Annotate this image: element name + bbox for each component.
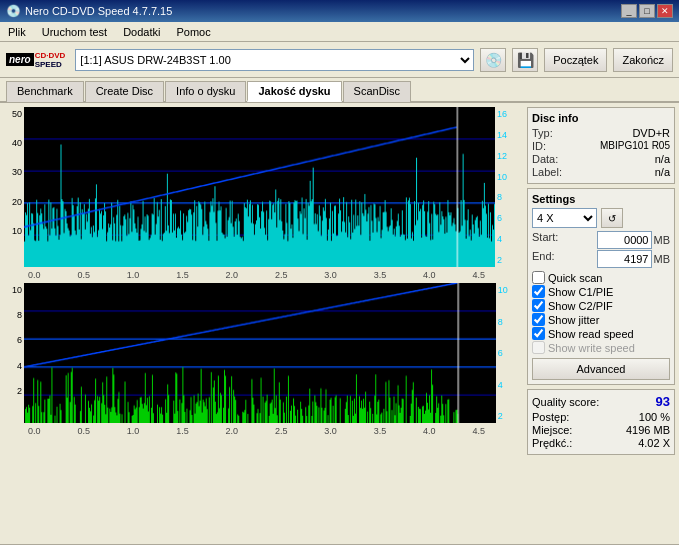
top-chart — [24, 107, 495, 267]
tab-info[interactable]: Info o dysku — [165, 81, 246, 102]
disc-data-value: n/a — [655, 153, 670, 165]
y-label-50: 50 — [4, 109, 22, 119]
quick-scan-label: Quick scan — [548, 272, 602, 284]
show-read-speed-checkbox[interactable] — [532, 327, 545, 340]
cb-write-speed: Show write speed — [532, 341, 670, 354]
x-label-4.0t: 4.0 — [423, 270, 436, 280]
end-button[interactable]: Zakończ — [613, 48, 673, 72]
disc-info-title: Disc info — [532, 112, 670, 124]
disc-typ-value: DVD+R — [632, 127, 670, 139]
y-right-6: 6 — [497, 213, 515, 223]
nero-logo: nero CD·DVDSPEED — [6, 51, 65, 69]
menu-pomoc[interactable]: Pomoc — [172, 25, 214, 39]
x-label-3.0t: 3.0 — [324, 270, 337, 280]
disc-typ-row: Typ: DVD+R — [532, 127, 670, 139]
menu-uruchom[interactable]: Uruchom test — [38, 25, 111, 39]
tab-jakosc[interactable]: Jakość dysku — [247, 81, 341, 102]
quality-row: Quality score: 93 — [532, 394, 670, 409]
y-right-14: 14 — [497, 130, 515, 140]
refresh-button[interactable]: ↺ — [601, 208, 623, 228]
x-label-1.5b: 1.5 — [176, 426, 189, 436]
end-unit: MB — [654, 253, 671, 265]
x-label-4.0b: 4.0 — [423, 426, 436, 436]
title-bar-buttons: _ □ ✕ — [621, 4, 673, 18]
tab-create-disc[interactable]: Create Disc — [85, 81, 164, 102]
end-label: End: — [532, 250, 555, 268]
y-label-40: 40 — [4, 138, 22, 148]
cb-c1pie: Show C1/PIE — [532, 285, 670, 298]
menu-dodatki[interactable]: Dodatki — [119, 25, 164, 39]
cb-c2pif: Show C2/PIF — [532, 299, 670, 312]
tabs-container: Benchmark Create Disc Info o dysku Jakoś… — [0, 78, 679, 103]
x-label-2.0t: 2.0 — [226, 270, 239, 280]
x-label-3.5b: 3.5 — [374, 426, 387, 436]
menu-plik[interactable]: Plik — [4, 25, 30, 39]
x-label-0.0b: 0.0 — [28, 426, 41, 436]
y-right-8: 8 — [497, 192, 515, 202]
maximize-button[interactable]: □ — [639, 4, 655, 18]
x-label-2.5b: 2.5 — [275, 426, 288, 436]
drive-select[interactable]: [1:1] ASUS DRW-24B3ST 1.00 — [75, 49, 474, 71]
show-jitter-checkbox[interactable] — [532, 313, 545, 326]
speed-row: 4 X ↺ — [532, 208, 670, 228]
tab-benchmark[interactable]: Benchmark — [6, 81, 84, 102]
x-label-0.5t: 0.5 — [77, 270, 90, 280]
predkosc-row: Prędkć.: 4.02 X — [532, 437, 670, 449]
yb-label-10: 10 — [4, 285, 22, 295]
show-c1pie-label: Show C1/PIE — [548, 286, 613, 298]
postep-row: Postęp: 100 % — [532, 411, 670, 423]
yb-label-4: 4 — [4, 361, 22, 371]
start-input[interactable] — [597, 231, 652, 249]
miejsce-row: Miejsce: 4196 MB — [532, 424, 670, 436]
title-bar-left: 💿 Nero CD-DVD Speed 4.7.7.15 — [6, 4, 172, 18]
x-label-1.0t: 1.0 — [127, 270, 140, 280]
y-right-2: 2 — [497, 255, 515, 265]
yb-right-6: 6 — [498, 348, 516, 358]
disc-typ-label: Typ: — [532, 127, 553, 139]
y-right-16: 16 — [497, 109, 515, 119]
settings-panel: Settings 4 X ↺ Start: MB End: MB — [527, 188, 675, 385]
drive-icon-button[interactable]: 💿 — [480, 48, 506, 72]
end-input[interactable] — [597, 250, 652, 268]
start-label: Start: — [532, 231, 558, 249]
start-row: Start: MB — [532, 231, 670, 249]
y-right-10: 10 — [497, 172, 515, 182]
yb-right-2: 2 — [498, 411, 516, 421]
tab-scandisc[interactable]: ScanDisc — [343, 81, 411, 102]
miejsce-label: Miejsce: — [532, 424, 572, 436]
disc-data-row: Data: n/a — [532, 153, 670, 165]
cb-read-speed: Show read speed — [532, 327, 670, 340]
minimize-button[interactable]: _ — [621, 4, 637, 18]
show-c2pif-checkbox[interactable] — [532, 299, 545, 312]
yb-right-8: 8 — [498, 317, 516, 327]
menu-bar: Plik Uruchom test Dodatki Pomoc — [0, 22, 679, 42]
disc-info-panel: Disc info Typ: DVD+R ID: MBIPG101 R05 Da… — [527, 107, 675, 184]
app-title: Nero CD-DVD Speed 4.7.7.15 — [25, 5, 172, 17]
save-icon-button[interactable]: 💾 — [512, 48, 538, 72]
x-label-2.0b: 2.0 — [226, 426, 239, 436]
disc-id-label: ID: — [532, 140, 546, 152]
predkosc-label: Prędkć.: — [532, 437, 572, 449]
quality-panel: Quality score: 93 Postęp: 100 % Miejsce:… — [527, 389, 675, 455]
end-row: End: MB — [532, 250, 670, 268]
y-label-20: 20 — [4, 197, 22, 207]
start-button[interactable]: Początek — [544, 48, 607, 72]
show-read-speed-label: Show read speed — [548, 328, 634, 340]
main-content: 50 40 30 20 10 0 16 14 12 10 8 6 4 2 — [0, 103, 679, 544]
quick-scan-checkbox[interactable] — [532, 271, 545, 284]
title-bar: 💿 Nero CD-DVD Speed 4.7.7.15 _ □ ✕ — [0, 0, 679, 22]
bottom-chart — [24, 283, 496, 423]
disc-data-label: Data: — [532, 153, 558, 165]
close-button[interactable]: ✕ — [657, 4, 673, 18]
advanced-button[interactable]: Advanced — [532, 358, 670, 380]
predkosc-value: 4.02 X — [638, 437, 670, 449]
x-label-4.5b: 4.5 — [472, 426, 485, 436]
x-label-0.5b: 0.5 — [77, 426, 90, 436]
x-label-2.5t: 2.5 — [275, 270, 288, 280]
show-c1pie-checkbox[interactable] — [532, 285, 545, 298]
toolbar: nero CD·DVDSPEED [1:1] ASUS DRW-24B3ST 1… — [0, 42, 679, 78]
speed-select[interactable]: 4 X — [532, 208, 597, 228]
disc-label-label: Label: — [532, 166, 562, 178]
yb-label-2: 2 — [4, 386, 22, 396]
show-c2pif-label: Show C2/PIF — [548, 300, 613, 312]
